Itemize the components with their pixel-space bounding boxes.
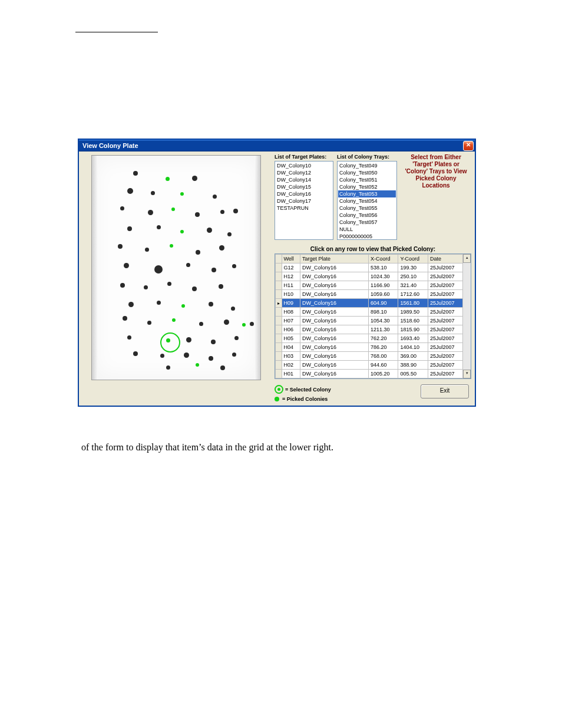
list-item[interactable]: Colony_Test054	[338, 197, 396, 205]
list-item[interactable]: DW_Colony12	[276, 169, 332, 176]
colony-dot[interactable]	[186, 263, 190, 267]
colony-dot[interactable]	[148, 210, 153, 215]
colony-dot[interactable]	[157, 301, 161, 305]
list-item[interactable]: Colony_Test055	[338, 205, 396, 212]
list-item[interactable]: Colony_Test056	[338, 212, 396, 219]
colony-dot[interactable]	[166, 365, 170, 370]
colony-trays-listbox[interactable]: Colony_Test049Colony_Test050Colony_Test0…	[337, 161, 397, 240]
colony-dot[interactable]	[120, 283, 125, 288]
table-row[interactable]: H09DW_Colony16604.901561.8025Jul2007	[276, 299, 463, 308]
colony-dot[interactable]	[160, 354, 164, 358]
colony-dot[interactable]	[145, 248, 149, 252]
colony-dot[interactable]	[192, 286, 197, 291]
list-item[interactable]: Colony_Test057	[338, 219, 396, 226]
colony-dot[interactable]	[234, 336, 239, 340]
list-item[interactable]: DW_Colony10	[276, 162, 332, 169]
column-header[interactable]: Target Plate	[300, 255, 369, 263]
colony-dot[interactable]	[231, 307, 235, 311]
picked-colony-dot[interactable]	[180, 230, 184, 233]
colony-dot[interactable]	[127, 335, 131, 340]
list-item[interactable]: TESTAPRUN	[276, 205, 332, 212]
grid-scrollbar[interactable]: ▴ ▾	[462, 254, 471, 378]
list-item[interactable]: Colony_Test052	[338, 183, 396, 190]
colony-dot[interactable]	[127, 188, 133, 194]
picked-colony-dot[interactable]	[172, 318, 176, 322]
colony-grid[interactable]: WellTarget PlateX-CoordY-CoordDate G12DW…	[275, 253, 471, 379]
colony-dot[interactable]	[128, 302, 134, 307]
list-item[interactable]: DW_Colony17	[276, 197, 332, 205]
colony-dot[interactable]	[211, 268, 216, 272]
colony-dot[interactable]	[147, 321, 151, 325]
list-item[interactable]: Colony_Test051	[338, 176, 396, 183]
colony-dot[interactable]	[219, 245, 224, 251]
table-row[interactable]: H07DW_Colony161054.301518.6025Jul2007	[276, 317, 463, 325]
colony-dot[interactable]	[186, 337, 191, 342]
table-row[interactable]: H10DW_Colony161059.601712.6025Jul2007	[276, 290, 463, 299]
list-item[interactable]: NULL	[338, 226, 396, 233]
colony-dot[interactable]	[232, 353, 236, 357]
table-row[interactable]: H03DW_Colony16768.00369.0025Jul2007	[276, 352, 463, 361]
column-header[interactable]: Y-Coord	[398, 255, 428, 263]
colony-dot[interactable]	[219, 284, 223, 289]
colony-dot[interactable]	[199, 322, 203, 326]
colony-dot[interactable]	[118, 244, 123, 249]
picked-colony-dot[interactable]	[170, 244, 173, 248]
table-row[interactable]: H06DW_Colony161211.301815.9025Jul2007	[276, 325, 463, 334]
picked-colony-dot[interactable]	[196, 363, 199, 367]
exit-button[interactable]: Exit	[421, 384, 469, 398]
picked-colony-dot[interactable]	[242, 323, 246, 327]
table-row[interactable]: H05DW_Colony16762.201693.4025Jul2007	[276, 334, 463, 343]
colony-dot[interactable]	[144, 285, 148, 289]
colony-dot[interactable]	[220, 210, 224, 214]
table-row[interactable]: H01DW_Colony161005.20005.5025Jul2007	[276, 370, 463, 378]
close-button[interactable]: ✕	[463, 141, 474, 151]
colony-dot[interactable]	[184, 353, 189, 358]
colony-dot[interactable]	[209, 302, 213, 307]
plate-image[interactable]	[91, 155, 261, 380]
colony-dot[interactable]	[209, 356, 213, 361]
list-item[interactable]: Colony_Test050	[338, 169, 396, 176]
table-row[interactable]: H04DW_Colony16786.201404.1025Jul2007	[276, 343, 463, 352]
scroll-down-icon[interactable]: ▾	[463, 370, 471, 378]
picked-colony-dot[interactable]	[171, 207, 175, 211]
colony-dot[interactable]	[133, 351, 138, 356]
colony-dot[interactable]	[133, 171, 138, 176]
picked-colony-dot[interactable]	[180, 192, 184, 196]
colony-dot[interactable]	[167, 282, 171, 286]
list-item[interactable]: DW_Colony16	[276, 190, 332, 197]
colony-dot[interactable]	[123, 316, 127, 321]
list-item[interactable]: Colony_Test049	[338, 162, 396, 169]
colony-dot[interactable]	[157, 225, 161, 229]
titlebar[interactable]: View Colony Plate ✕	[79, 140, 475, 151]
colony-dot[interactable]	[127, 226, 132, 231]
list-item[interactable]: P0000000005	[338, 233, 396, 240]
colony-dot[interactable]	[213, 195, 217, 199]
colony-dot[interactable]	[154, 265, 163, 274]
table-row[interactable]: H11DW_Colony161166.90321.4025Jul2007	[276, 281, 463, 290]
colony-dot[interactable]	[195, 212, 200, 217]
colony-dot[interactable]	[120, 206, 124, 210]
target-plates-listbox[interactable]: DW_Colony10DW_Colony12DW_Colony14DW_Colo…	[275, 161, 333, 240]
colony-dot[interactable]	[227, 232, 232, 236]
colony-dot[interactable]	[151, 191, 155, 195]
list-item[interactable]: Colony_Test053	[338, 190, 396, 197]
colony-dot[interactable]	[196, 250, 200, 255]
colony-dot[interactable]	[207, 228, 212, 233]
table-row[interactable]: H12DW_Colony161024.30250.1025Jul2007	[276, 272, 463, 281]
colony-dot[interactable]	[224, 319, 229, 325]
colony-dot[interactable]	[220, 365, 225, 370]
list-item[interactable]: DW_Colony15	[276, 183, 332, 190]
colony-dot[interactable]	[192, 176, 197, 181]
table-row[interactable]: H02DW_Colony16944.60388.9025Jul2007	[276, 361, 463, 370]
colony-dot[interactable]	[250, 322, 254, 326]
column-header[interactable]: Date	[428, 255, 462, 263]
colony-dot[interactable]	[233, 209, 238, 213]
colony-dot[interactable]	[124, 263, 129, 268]
picked-colony-dot[interactable]	[181, 304, 185, 308]
scroll-up-icon[interactable]: ▴	[463, 254, 471, 263]
table-row[interactable]: G12DW_Colony16538.10199.3025Jul2007	[276, 263, 463, 272]
picked-colony-dot[interactable]	[166, 177, 170, 181]
colony-dot[interactable]	[211, 340, 216, 344]
colony-dot[interactable]	[232, 264, 236, 268]
column-header[interactable]: Well	[282, 255, 300, 263]
